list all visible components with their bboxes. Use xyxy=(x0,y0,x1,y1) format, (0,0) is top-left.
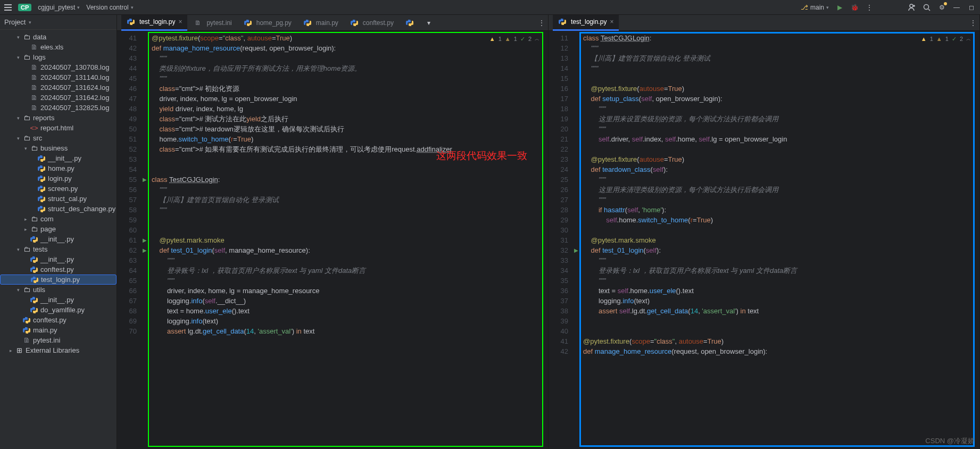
tree-item[interactable]: ▸🗀page xyxy=(0,224,117,234)
tree-item[interactable]: do_yamlfile.py xyxy=(0,305,117,315)
main-menu-icon[interactable] xyxy=(4,4,12,11)
tree-item[interactable]: 🗎20240507_132825.log xyxy=(0,103,117,113)
editor-tab[interactable]: test_login.py× xyxy=(553,15,619,31)
editor-tab[interactable]: 🗎pytest.ini xyxy=(188,15,237,31)
code-right[interactable]: class TestCGJGLogin: """ 【川高】建管首页冒烟自动化 登… xyxy=(580,31,979,449)
tree-item[interactable]: main.py xyxy=(0,325,117,335)
editor-tabs-left: test_login.py×🗎pytest.inihome_pg.pymain.… xyxy=(117,15,548,31)
svg-point-1 xyxy=(924,4,929,9)
editor-tab[interactable]: test_login.py× xyxy=(121,15,187,31)
close-icon[interactable]: × xyxy=(610,18,613,26)
tree-item[interactable]: __init__.py xyxy=(0,234,117,244)
code-left[interactable]: @pytest.fixture(scope="class", autouse=T… xyxy=(148,31,548,449)
tree-item[interactable]: screen.py xyxy=(0,184,117,194)
tree-item[interactable]: struct_des_change.py xyxy=(0,204,117,214)
tree-item[interactable]: login.py xyxy=(0,173,117,184)
tree-item[interactable]: __init__.py xyxy=(0,295,117,305)
tree-item[interactable]: ▾🗀data xyxy=(0,32,117,42)
tree-item[interactable]: 🗎eles.xls xyxy=(0,42,117,52)
project-tool-window: Project▾ ▾🗀data🗎eles.xls▾🗀logs🗎20240507_… xyxy=(0,15,117,449)
minimize-icon[interactable]: — xyxy=(952,3,961,12)
tree-item[interactable]: conftest.py xyxy=(0,264,117,275)
project-header[interactable]: Project▾ xyxy=(0,15,117,30)
editor-tabs-right: test_login.py×⋮ xyxy=(549,15,979,31)
tree-item[interactable]: ▸⊞External Libraries xyxy=(0,345,117,355)
editor-tab[interactable]: conftest.py xyxy=(345,15,399,31)
run-icon[interactable]: ▶ xyxy=(835,3,844,12)
tree-item[interactable]: conftest.py xyxy=(0,315,117,325)
project-tree[interactable]: ▾🗀data🗎eles.xls▾🗀logs🗎20240507_130708.lo… xyxy=(0,30,117,357)
tree-item[interactable]: home.py xyxy=(0,163,117,173)
run-gutter-left[interactable]: ▶▶▶ xyxy=(141,31,148,449)
inspections-left[interactable]: ▲1 ▲1 ✓2 ︿ xyxy=(489,34,539,44)
tree-item[interactable]: __init__.py xyxy=(0,254,117,264)
tree-item[interactable]: ▾🗀business xyxy=(0,143,117,153)
more-icon[interactable]: ⋮ xyxy=(865,3,874,12)
branch-selector[interactable]: ⎇main▾ xyxy=(801,4,829,11)
add-user-icon[interactable] xyxy=(908,3,916,12)
svg-point-0 xyxy=(910,4,913,7)
gutter-left: 4142434445464748495051525354555657585960… xyxy=(117,31,141,449)
vcs-menu[interactable]: Version control▾ xyxy=(86,4,133,11)
tree-item[interactable]: ▾🗀logs xyxy=(0,52,117,62)
tree-item[interactable]: test_login.py xyxy=(0,275,117,285)
tree-item[interactable]: 🗎pytest.ini xyxy=(0,335,117,345)
project-badge: CP xyxy=(18,4,31,11)
editor-left: test_login.py×🗎pytest.inihome_pg.pymain.… xyxy=(117,15,549,449)
editor-tab[interactable] xyxy=(400,15,423,31)
project-selector[interactable]: cgjgui_pytest▾ xyxy=(38,4,80,11)
search-icon[interactable] xyxy=(923,3,931,12)
editor-tab[interactable]: main.py xyxy=(298,15,344,31)
tree-item[interactable]: struct_cal.py xyxy=(0,194,117,204)
title-bar: CP cgjgui_pytest▾ Version control▾ ⎇main… xyxy=(0,0,980,15)
close-icon[interactable]: × xyxy=(178,18,182,26)
tabs-more-icon[interactable]: ⋮ xyxy=(539,19,548,27)
tabs-more-icon[interactable]: ⋮ xyxy=(971,19,979,27)
tree-item[interactable]: 🗎20240507_131642.log xyxy=(0,93,117,103)
run-gutter-right[interactable]: ▶ xyxy=(572,31,580,449)
tree-item[interactable]: 🗎20240507_131140.log xyxy=(0,72,117,82)
tree-item[interactable]: 🗎20240507_130708.log xyxy=(0,62,117,72)
watermark: CSDN @冷凝娇 xyxy=(925,436,975,446)
tree-item[interactable]: ▾🗀reports xyxy=(0,113,117,123)
gutter-right: 1112131415161718192021222324252627282930… xyxy=(549,31,572,449)
annotation-text: 这两段代码效果一致 xyxy=(436,149,527,163)
inspections-right[interactable]: ▲1 ▲1 ✓2 ︿ xyxy=(921,34,971,44)
settings-icon[interactable]: ⚙ xyxy=(937,3,946,12)
editor-right: test_login.py×⋮ 111213141516171819202122… xyxy=(549,15,980,449)
editor-tab[interactable]: home_pg.py xyxy=(238,15,297,31)
debug-icon[interactable]: 🐞 xyxy=(850,3,859,12)
tree-item[interactable]: <>report.html xyxy=(0,123,117,133)
tree-item[interactable]: ▾🗀tests xyxy=(0,244,117,254)
tree-item[interactable]: __init__.py xyxy=(0,153,117,163)
tree-item[interactable]: 🗎20240507_131624.log xyxy=(0,82,117,93)
tree-item[interactable]: ▾🗀src xyxy=(0,133,117,143)
tree-item[interactable]: ▸🗀com xyxy=(0,214,117,224)
tree-item[interactable]: ▾🗀utils xyxy=(0,285,117,295)
chevron-down-icon[interactable]: ▾ xyxy=(425,19,433,27)
maximize-icon[interactable]: ◻ xyxy=(967,3,976,12)
